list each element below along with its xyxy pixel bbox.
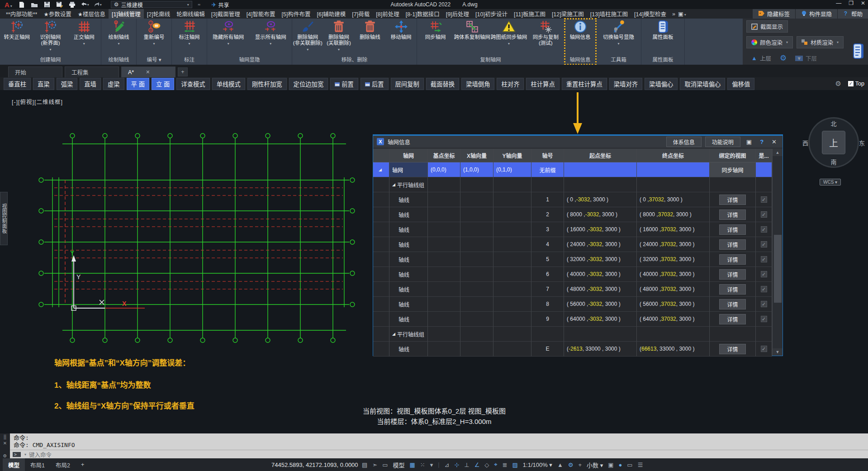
show-flag-cell[interactable]: ✓: [756, 192, 772, 207]
toolbar-button-10[interactable]: 刚性杆加宽: [247, 78, 287, 90]
ribbon-tab-1[interactable]: **内部功能**: [3, 9, 40, 19]
table-row[interactable]: 轴线6( 40000 , -3032 , 3000 )( 40000 , 370…: [373, 267, 772, 282]
toolbar-button-1[interactable]: 垂直柱: [4, 78, 31, 90]
checkbox-checked-icon[interactable]: ✓: [761, 196, 767, 203]
checkbox-checked-icon[interactable]: ✓: [761, 271, 767, 277]
table-row[interactable]: 轴线8( 56000 , -3032 , 3000 )( 56000 , 370…: [373, 297, 772, 312]
save-as-icon[interactable]: [56, 1, 64, 8]
command-close-icon[interactable]: ✕: [3, 441, 7, 446]
ribbon-button[interactable]: 识别轴网 (新界面)▾: [33, 20, 67, 52]
toolbar-button-3[interactable]: 弧梁: [57, 78, 78, 90]
detail-button[interactable]: 详情: [719, 239, 745, 250]
save-icon[interactable]: [43, 1, 51, 8]
close-tab-icon[interactable]: ✕: [146, 69, 150, 75]
show-flag-cell[interactable]: ✓: [756, 237, 772, 252]
cursor-select-icon[interactable]: ➣: [372, 461, 377, 468]
toolbar-button-23[interactable]: 偏移值: [727, 78, 754, 90]
ribbon-button[interactable]: 跨图纸同步轴网▾: [491, 20, 527, 47]
ribbon-button[interactable]: 轴网信息: [564, 20, 596, 40]
graphics-display-icon[interactable]: ▭: [382, 461, 388, 468]
toolbar-button-2[interactable]: 直梁: [33, 78, 54, 90]
customization-menu-icon[interactable]: ☰: [638, 461, 643, 468]
toolbar-button-12[interactable]: 前置: [330, 78, 358, 90]
open-folder-icon[interactable]: [30, 1, 38, 8]
dialog-scrollbar[interactable]: ▲ ▼: [772, 149, 783, 356]
object-snap-icon[interactable]: ⌖: [494, 461, 497, 468]
minimize-button[interactable]: —: [836, 0, 841, 6]
properties-panel-icon[interactable]: [853, 43, 864, 59]
ribbon-button[interactable]: 标注轴网▾: [172, 20, 207, 47]
ribbon-button[interactable]: 删除轴线: [355, 20, 386, 40]
annotation-scale-icon[interactable]: ▲: [557, 461, 563, 468]
table-row[interactable]: 轴线5( 32000 , -3032 , 3000 )( 32000 , 370…: [373, 252, 772, 267]
compass-north[interactable]: 北: [830, 119, 836, 128]
show-flag-cell[interactable]: ✓: [756, 312, 772, 327]
toolbar-button-9[interactable]: 单线模式: [212, 78, 245, 90]
new-file-icon[interactable]: [18, 1, 26, 8]
detail-cell[interactable]: 详情: [710, 237, 756, 252]
layer-settings-gear-icon[interactable]: ⚙: [780, 53, 787, 63]
detail-button[interactable]: 详情: [719, 254, 745, 265]
ribbon-button[interactable]: 绘制轴线▾: [101, 20, 136, 47]
table-row[interactable]: 轴线E( -2613 , 33000 , 3000 )( 66613 , 330…: [373, 342, 772, 357]
ribbon-button[interactable]: 属性面板: [641, 20, 684, 40]
help-icon[interactable]: ?: [758, 138, 766, 145]
show-flag-cell[interactable]: ✓: [756, 297, 772, 312]
toolbar-button-11[interactable]: 定位边加宽: [289, 78, 328, 90]
ribbon-tab-19[interactable]: [14]模型检查: [631, 9, 669, 19]
command-grip-icon[interactable]: ⣿: [3, 434, 6, 439]
ribbon-tab-4[interactable]: [1]轴线管理: [109, 9, 144, 19]
toolbar-button-14[interactable]: 层间复制: [391, 78, 424, 90]
model-space-label[interactable]: 模型: [393, 461, 405, 469]
ribbon-tab-15[interactable]: [10]初步设计: [472, 9, 511, 19]
copy-icon[interactable]: ▣: [744, 138, 754, 145]
ribbon-button[interactable]: 移动轴网: [385, 20, 417, 40]
tabrow-button-question-blue[interactable]: ?帮助: [837, 9, 868, 19]
table-row[interactable]: 轴线4( 24000 , -3032 , 3000 )( 24000 , 370…: [373, 237, 772, 252]
snap-caret[interactable]: ▾: [430, 461, 433, 468]
show-flag-cell[interactable]: ✓: [756, 252, 772, 267]
restore-button[interactable]: ❐: [849, 0, 854, 6]
ribbon-button[interactable]: 显示所有轴网▾: [250, 20, 292, 47]
polar-tracking-icon[interactable]: ∠: [474, 461, 480, 468]
detail-button[interactable]: 详情: [719, 269, 745, 280]
detail-cell[interactable]: 详情: [710, 297, 756, 312]
show-flag-cell[interactable]: ✓: [756, 207, 772, 222]
panel-display-icon[interactable]: ▣▾: [678, 10, 686, 17]
compass-west[interactable]: 西: [802, 138, 808, 147]
crosshair-plus-icon[interactable]: +: [578, 461, 582, 468]
detail-cell[interactable]: 详情: [710, 222, 756, 237]
ribbon-tab-13[interactable]: [8-1]数据接口: [403, 9, 443, 19]
toolbar-gear-icon[interactable]: ⚙: [835, 80, 841, 88]
table-row[interactable]: 轴线2( 8000 , -3032 , 3000 )( 8000 , 37032…: [373, 207, 772, 222]
tabrow-button-bulb-blue[interactable]: 构件显隐: [795, 9, 837, 19]
new-tab-button[interactable]: +: [178, 67, 188, 76]
subgroup-name-cell[interactable]: ◢平行轴线组: [389, 177, 428, 192]
detail-cell[interactable]: 详情: [710, 342, 756, 357]
layout-tab-2[interactable]: 布局1: [25, 458, 50, 471]
ribbon-button[interactable]: 跨体系复制轴网: [454, 20, 490, 40]
layer-down-button[interactable]: ▼ 下层: [790, 52, 822, 64]
ribbon-tab-5[interactable]: [2]轮廓线: [144, 9, 173, 19]
detail-button[interactable]: 详情: [719, 224, 745, 235]
command-prompt-icon[interactable]: >_: [13, 452, 21, 457]
toolbar-button-19[interactable]: 重置柱计算点: [562, 78, 607, 90]
toolbar-button-7[interactable]: 立 面: [152, 78, 174, 90]
toolbar-button-6[interactable]: 平 面: [127, 78, 149, 90]
ribbon-button[interactable]: 切换轴号显隐▾: [596, 20, 641, 47]
tree-expand-cell[interactable]: ◢: [373, 162, 389, 177]
expand-caret-icon[interactable]: ◢: [392, 332, 395, 336]
paper-model-icon[interactable]: ▤: [362, 461, 367, 468]
ribbon-tab-9[interactable]: [5]构件布置: [279, 9, 314, 19]
detail-cell[interactable]: 详情: [710, 282, 756, 297]
toolbar-button-13[interactable]: 后置: [360, 78, 389, 90]
toolbar-button-20[interactable]: 梁墙对齐: [609, 78, 642, 90]
section-display-button[interactable]: 截面显示: [746, 20, 788, 33]
redo-icon[interactable]: ▾: [94, 1, 102, 8]
ribbon-button[interactable]: 正交轴网▾: [67, 20, 101, 47]
checkbox-checked-icon[interactable]: ✓: [761, 256, 767, 262]
ribbon-button[interactable]: 同步轴网: [417, 20, 454, 40]
compass-east[interactable]: 东: [859, 138, 865, 147]
ribbon-tab-10[interactable]: [6]辅助建模: [313, 9, 349, 19]
scroll-up-icon[interactable]: ▲: [773, 149, 783, 156]
